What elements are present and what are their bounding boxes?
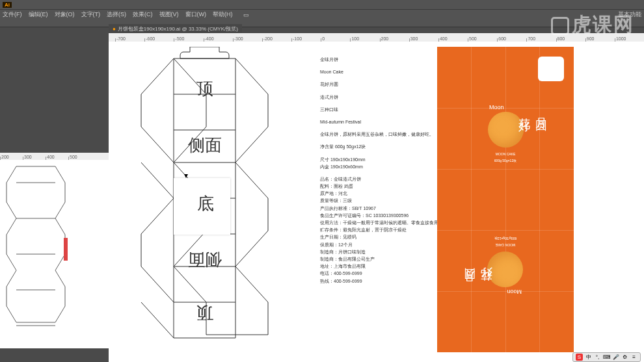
menu-effect[interactable]: 效果(C): [133, 10, 153, 19]
front-art: Moon 花好 月圆 MOON CAKE 600g 50g×12块: [476, 112, 535, 170]
panel-label-side2: 侧面: [188, 248, 222, 271]
package-design: Moon 花好 月圆 MOON CAKE 600g 50g×12块 Moon 花…: [437, 47, 574, 352]
menu-window[interactable]: 窗口(W): [185, 10, 207, 19]
ruler-horizontal[interactable]: -700-600-500-400-300-200-100010020030040…: [109, 33, 644, 42]
ime-lang-icon[interactable]: 中: [585, 354, 592, 361]
ime-mic-icon[interactable]: 🎤: [612, 354, 619, 361]
ime-keyboard-icon[interactable]: ⌨: [603, 354, 610, 361]
app-icon: Ai: [3, 2, 12, 8]
menu-search-icon[interactable]: ▭: [243, 12, 249, 18]
menu-view[interactable]: 视图(V): [159, 10, 179, 19]
secondary-artboard[interactable]: [0, 160, 109, 348]
menu-edit[interactable]: 编辑(E): [29, 10, 48, 19]
artboard-main[interactable]: 顶 侧面 底 侧面 顶 金味月饼 Moon Cake 花好月圆 港式月饼 三种口…: [109, 42, 644, 362]
panel-label-bottom: 底: [197, 192, 214, 215]
ruler-secondary[interactable]: 200300400500: [0, 153, 109, 160]
options-bar: [0, 19, 644, 27]
product-text: 金味月饼 Moon Cake 花好月圆 港式月饼 三种口味 Mid-autumn…: [320, 56, 418, 290]
ime-toolbar[interactable]: S 中 °, ⌨ 🎤 ⚙ ≡: [572, 352, 641, 362]
menu-object[interactable]: 对象(O): [55, 10, 75, 19]
ime-menu-icon[interactable]: ≡: [630, 354, 637, 361]
ime-punct-icon[interactable]: °,: [594, 354, 601, 361]
ime-logo-icon[interactable]: S: [576, 354, 583, 361]
menu-help[interactable]: 帮助(H): [213, 10, 233, 19]
menu-select[interactable]: 选择(S): [107, 10, 126, 19]
menu-type[interactable]: 文字(T): [81, 10, 101, 19]
logo-box: [538, 57, 564, 81]
menu-bar: 文件(F) 编辑(E) 对象(O) 文字(T) 选择(S) 效果(C) 视图(V…: [0, 9, 644, 19]
selection-indicator: [64, 238, 68, 261]
ime-settings-icon[interactable]: ⚙: [621, 354, 628, 361]
workspace-label[interactable]: 基本功能: [618, 10, 641, 19]
menu-file[interactable]: 文件(F): [3, 10, 22, 19]
panel-label-top2: 顶: [196, 302, 213, 324]
panel-label-side: 侧面: [188, 134, 222, 157]
document-tab[interactable]: ● 月饼包装盒190x190x190.ai @ 33.33% (CMYK/预览): [109, 24, 242, 33]
panel-label-top: 顶: [196, 77, 213, 100]
back-art: Moon 花好 月圆 MOON CAKE 600g 50g×12块: [476, 229, 535, 287]
